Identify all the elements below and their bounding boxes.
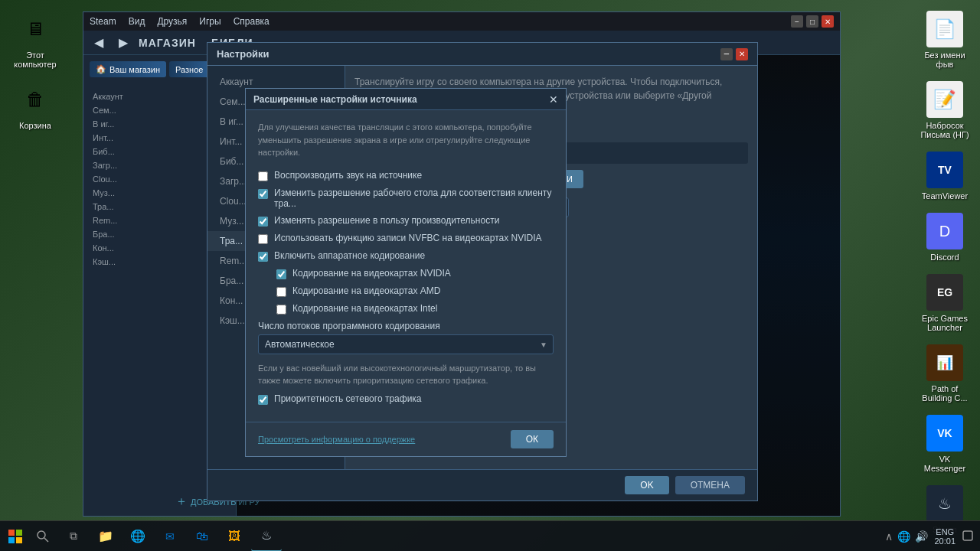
misc-button[interactable]: Разное bbox=[169, 61, 209, 77]
task-view-icon: ⧉ bbox=[70, 530, 77, 543]
checkbox-nvidia-row: Кодирование на видеокартах NVIDIA bbox=[276, 268, 554, 279]
checkbox-network-label[interactable]: Приоритетность сетевого трафика bbox=[274, 393, 422, 404]
teamviewer-label: TeamViewer bbox=[922, 191, 968, 201]
notification-button[interactable] bbox=[962, 530, 974, 543]
settings-title: Настройки bbox=[217, 48, 270, 60]
threads-dropdown-wrapper: Автоматическое 1 2 4 8 bbox=[258, 334, 554, 354]
svg-rect-3 bbox=[16, 537, 22, 543]
checkbox-network-priority[interactable] bbox=[258, 395, 268, 405]
edge-button[interactable]: 🌐 bbox=[122, 521, 153, 552]
store-taskbar-button[interactable]: 🛍 bbox=[187, 521, 217, 552]
taskbar: ⧉ 📁 🌐 ✉ 🛍 🖼 ♨ ∧ 🌐 bbox=[0, 520, 980, 551]
steam-close-button[interactable]: ✕ bbox=[822, 15, 834, 28]
desktop-icon-discord[interactable]: D Discord bbox=[917, 210, 972, 265]
desktop-icon-unnamed[interactable]: 📄 Без имени фыв bbox=[917, 8, 972, 72]
add-game-icon: ＋ bbox=[175, 494, 188, 510]
steam-taskbar-icon: ♨ bbox=[261, 528, 272, 543]
settings-cancel-button[interactable]: ОТМЕНА bbox=[675, 476, 745, 494]
checkbox-hw-encode[interactable] bbox=[258, 252, 268, 262]
desktop: 🖥 Этот компьютер 🗑 Корзина 📄 Без имени ф… bbox=[0, 0, 980, 551]
steam-menu-friends[interactable]: Друзья bbox=[157, 16, 187, 27]
checkbox-intel-label[interactable]: Кодирование на видеокартах Intel bbox=[292, 303, 437, 314]
checkbox-perf-res[interactable] bbox=[258, 217, 268, 227]
network-text: Если у вас новейший или высокотехнологич… bbox=[258, 362, 554, 387]
checkbox-intel[interactable] bbox=[276, 305, 286, 315]
start-button[interactable] bbox=[0, 521, 31, 552]
settings-minimize[interactable]: − bbox=[720, 48, 733, 60]
checkbox-nvfbc[interactable] bbox=[258, 234, 268, 244]
desktop-icon-epic[interactable]: EG Epic Games Launcher bbox=[917, 271, 972, 335]
steam-menu-view[interactable]: Вид bbox=[129, 16, 145, 27]
language-indicator: ENG bbox=[936, 527, 954, 536]
checkbox-desktop-res[interactable] bbox=[258, 189, 268, 199]
discord-icon: D bbox=[926, 213, 963, 249]
desktop-icons-right: 📄 Без имени фыв 📝 Набросок Письма (НГ) T… bbox=[917, 8, 972, 537]
svg-point-4 bbox=[38, 531, 45, 539]
settings-close[interactable]: ✕ bbox=[736, 48, 748, 60]
steam-menu-games[interactable]: Игры bbox=[199, 16, 220, 27]
store-button[interactable]: 🏠 Ваш магазин bbox=[90, 61, 166, 77]
task-view-button[interactable]: ⧉ bbox=[58, 521, 89, 552]
steam-taskbar-button[interactable]: ♨ bbox=[251, 521, 282, 552]
tray-chevron[interactable]: ∧ bbox=[885, 530, 893, 543]
photos-button[interactable]: 🖼 bbox=[219, 521, 250, 552]
threads-dropdown[interactable]: Автоматическое 1 2 4 8 bbox=[258, 334, 554, 354]
steam-menu: Steam Вид Друзья Игры Справка bbox=[90, 16, 270, 27]
tab-store[interactable]: МАГАЗИН bbox=[139, 37, 196, 49]
svg-rect-2 bbox=[8, 537, 15, 543]
checkbox-desktop-res-label[interactable]: Изменить разрешение рабочего стола для с… bbox=[274, 187, 554, 209]
checkbox-amd-row: Кодирование на видеокартах AMD bbox=[276, 285, 554, 297]
this-pc-icon: 🖥 bbox=[17, 11, 54, 47]
desktop-icon-vk[interactable]: VK VK Messenger bbox=[917, 412, 972, 476]
path-label: Path of Building C... bbox=[920, 384, 969, 403]
svg-line-5 bbox=[44, 538, 48, 542]
checkbox-amd-label[interactable]: Кодирование на видеокартах AMD bbox=[292, 285, 440, 296]
advanced-ok-button[interactable]: ОК bbox=[511, 430, 554, 448]
forward-button[interactable]: ▶ bbox=[114, 34, 132, 51]
advanced-footer: Просмотреть информацию о поддержке ОК bbox=[246, 422, 566, 456]
steam-menu-steam[interactable]: Steam bbox=[90, 16, 116, 27]
settings-win-controls: − ✕ bbox=[720, 48, 748, 60]
checkbox-sound-row: Воспроизводить звук на источнике bbox=[258, 170, 554, 181]
checkbox-amd[interactable] bbox=[276, 287, 286, 297]
advanced-close-button[interactable]: ✕ bbox=[549, 93, 558, 106]
back-button[interactable]: ◀ bbox=[90, 34, 108, 51]
vk-label: VK Messenger bbox=[920, 455, 969, 473]
volume-tray-icon[interactable]: 🔊 bbox=[915, 530, 928, 543]
steam-maximize-button[interactable]: □ bbox=[806, 15, 818, 28]
steam-titlebar: Steam Вид Друзья Игры Справка − □ ✕ bbox=[83, 12, 840, 31]
checkbox-nvidia[interactable] bbox=[276, 269, 286, 279]
network-tray-icon[interactable]: 🌐 bbox=[897, 530, 910, 543]
desktop-icon-teamviewer[interactable]: TV TeamViewer bbox=[917, 148, 972, 204]
file-explorer-button[interactable]: 📁 bbox=[90, 521, 121, 552]
photos-icon: 🖼 bbox=[228, 530, 240, 543]
checkbox-hw-encode-label[interactable]: Включить аппаратное кодирование bbox=[274, 250, 425, 261]
svg-rect-0 bbox=[8, 530, 15, 536]
steam-menu-help[interactable]: Справка bbox=[234, 16, 270, 27]
vk-icon: VK bbox=[926, 415, 963, 452]
mail-button[interactable]: ✉ bbox=[155, 521, 185, 552]
desktop-icon-this-pc[interactable]: 🖥 Этот компьютер bbox=[8, 8, 63, 72]
advanced-support-link[interactable]: Просмотреть информацию о поддержке bbox=[258, 435, 415, 444]
checkbox-perf-res-label[interactable]: Изменять разрешение в пользу производите… bbox=[274, 215, 499, 226]
checkbox-nvidia-label[interactable]: Кодирование на видеокартах NVIDIA bbox=[292, 268, 451, 279]
desktop-icon-path[interactable]: 📊 Path of Building C... bbox=[917, 341, 972, 406]
threads-label: Число потоков программного кодирования bbox=[258, 321, 554, 331]
clock-display[interactable]: ENG 20:01 bbox=[934, 527, 956, 546]
settings-titlebar: Настройки − ✕ bbox=[207, 43, 757, 66]
steam-minimize-button[interactable]: − bbox=[791, 15, 803, 28]
desktop-icon-notepad[interactable]: 📝 Набросок Письма (НГ) bbox=[917, 78, 972, 142]
checkbox-desktop-res-row: Изменить разрешение рабочего стола для с… bbox=[258, 187, 554, 209]
hw-encode-sub-options: Кодирование на видеокартах NVIDIA Кодиро… bbox=[276, 268, 554, 315]
svg-rect-1 bbox=[16, 530, 22, 536]
checkbox-sound[interactable] bbox=[258, 171, 268, 181]
this-pc-label: Этот компьютер bbox=[11, 51, 60, 69]
edge-icon: 🌐 bbox=[130, 529, 145, 543]
desktop-icon-recycle-bin[interactable]: 🗑 Корзина bbox=[8, 78, 63, 133]
checkbox-perf-res-row: Изменять разрешение в пользу производите… bbox=[258, 215, 554, 227]
checkbox-nvfbc-label[interactable]: Использовать функцию записи NVFBC на вид… bbox=[274, 233, 542, 243]
settings-ok-button[interactable]: OK bbox=[625, 476, 668, 494]
search-button[interactable] bbox=[31, 521, 55, 552]
checkbox-nvfbc-row: Использовать функцию записи NVFBC на вид… bbox=[258, 233, 554, 244]
checkbox-sound-label[interactable]: Воспроизводить звук на источнике bbox=[274, 170, 422, 181]
